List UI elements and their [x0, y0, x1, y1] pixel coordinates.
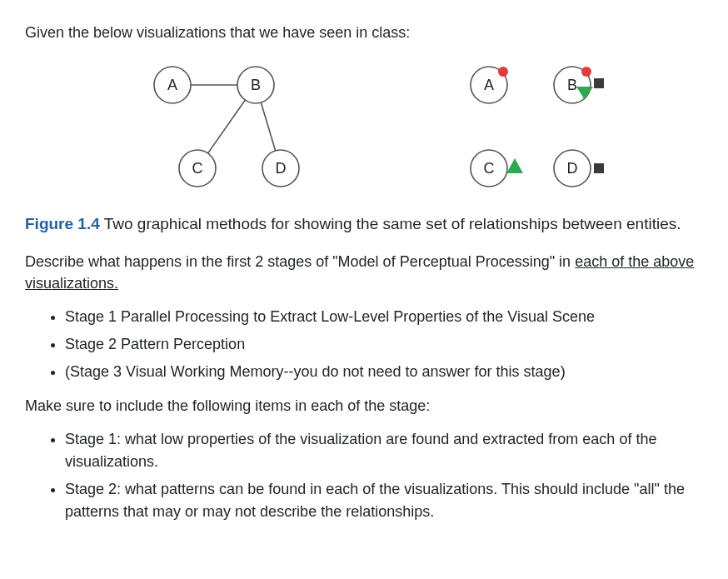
red-dot-icon: [498, 67, 508, 77]
document-page: Given the below visualizations that we h…: [0, 0, 728, 560]
figure-label: Figure 1.4: [25, 215, 100, 232]
instruction-part1: Describe what happens in the first 2 sta…: [25, 253, 575, 270]
figure-caption-rest: Two graphical methods for showing the sa…: [100, 215, 681, 232]
stages-list: Stage 1 Parallel Processing to Extract L…: [25, 306, 703, 383]
requirement-stage-1: Stage 1: what low properties of the visu…: [65, 428, 703, 473]
stage-3-item: (Stage 3 Visual Working Memory--you do n…: [65, 361, 703, 383]
instruction-text: Describe what happens in the first 2 sta…: [25, 251, 703, 294]
stage-1-item: Stage 1 Parallel Processing to Extract L…: [65, 306, 703, 328]
node-C-right-label: C: [484, 160, 495, 177]
requirements-intro: Make sure to include the following items…: [25, 395, 703, 417]
diagram-marker-coded: A B C D: [471, 67, 604, 187]
node-B-right-label: B: [567, 77, 577, 93]
intro-text: Given the below visualizations that we h…: [25, 22, 703, 43]
stage-2-item: Stage 2 Pattern Perception: [65, 333, 703, 356]
requirements-list: Stage 1: what low properties of the visu…: [25, 428, 703, 523]
node-D-right-label: D: [567, 160, 578, 177]
node-D-left-label: D: [276, 160, 287, 177]
dark-square-icon: [594, 78, 604, 88]
dark-square-icon: [594, 163, 604, 173]
node-A-right-label: A: [484, 77, 494, 93]
figure-1-4: A B C D A B: [25, 52, 703, 202]
node-A-left-label: A: [167, 77, 177, 93]
red-dot-icon: [581, 67, 591, 77]
figure-svg: A B C D A B: [64, 52, 664, 202]
diagram-node-link: A B C D: [154, 67, 299, 187]
node-C-left-label: C: [192, 160, 203, 177]
requirement-stage-2: Stage 2: what patterns can be found in e…: [65, 478, 703, 523]
green-triangle-icon: [506, 158, 523, 173]
figure-caption: Figure 1.4 Two graphical methods for sho…: [25, 213, 703, 236]
node-B-left-label: B: [251, 77, 261, 93]
